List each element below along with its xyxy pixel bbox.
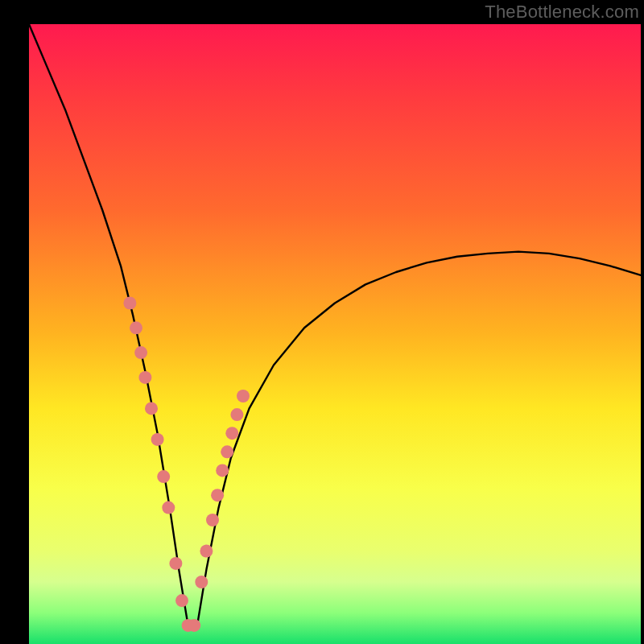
highlight-dot [162, 502, 175, 514]
highlight-dot [138, 371, 151, 384]
highlight-dot [211, 489, 224, 502]
highlight-dot [169, 557, 182, 570]
bottleneck-curve-path [29, 24, 641, 625]
chart-overlay-svg [0, 0, 644, 644]
highlight-dot [200, 545, 213, 558]
highlight-dot [145, 402, 158, 415]
stage: TheBottleneck.com [0, 0, 644, 644]
watermark-text: TheBottleneck.com [485, 2, 639, 23]
highlight-dot [134, 346, 147, 359]
highlight-dots-group [123, 297, 250, 632]
highlight-dot [130, 321, 142, 334]
highlight-dot [151, 433, 164, 446]
highlight-dot [157, 470, 170, 483]
highlight-dot [175, 594, 188, 607]
highlight-dot [230, 408, 243, 421]
highlight-dot [195, 576, 208, 588]
highlight-dot [206, 514, 219, 526]
highlight-dot [188, 619, 200, 632]
highlight-dot [237, 390, 250, 402]
highlight-dot [225, 427, 238, 440]
highlight-dot [216, 464, 229, 477]
highlight-dot [123, 297, 136, 310]
highlight-dot [221, 445, 233, 458]
